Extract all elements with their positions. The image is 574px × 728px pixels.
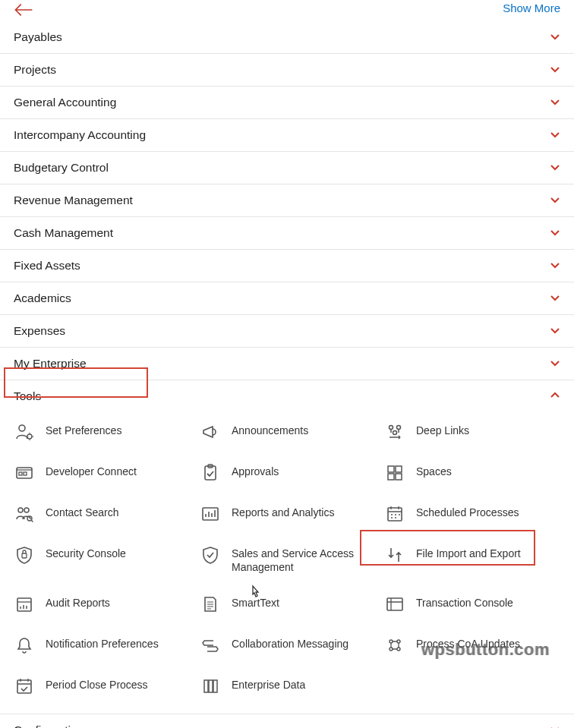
tile-label: Approvals xyxy=(232,462,279,479)
chevron-up-icon xyxy=(550,390,560,403)
section-label: Configuration xyxy=(14,723,84,728)
svg-rect-27 xyxy=(204,680,208,692)
tile-label: Spaces xyxy=(416,462,452,479)
tile-file-import-export[interactable]: File Import and Export xyxy=(384,540,566,578)
svg-rect-17 xyxy=(203,508,218,520)
tools-grid: Set PreferencesAnnouncementsDeep LinksDe… xyxy=(0,412,574,714)
developer-connect-icon xyxy=(14,462,35,484)
tile-label: Announcements xyxy=(232,421,308,438)
svg-rect-20 xyxy=(17,598,31,611)
document-text-icon xyxy=(200,594,221,615)
tile-label: Period Close Process xyxy=(46,676,148,692)
tile-deep-links[interactable]: Deep Links xyxy=(384,417,566,447)
tile-approvals[interactable]: Approvals xyxy=(200,458,384,488)
tile-label: SmartText xyxy=(232,594,279,610)
section-header-projects[interactable]: Projects xyxy=(0,54,574,86)
section-label: Revenue Management xyxy=(14,194,133,207)
tile-label: Set Preferences xyxy=(46,421,121,438)
svg-rect-29 xyxy=(213,680,217,692)
svg-point-4 xyxy=(393,431,397,435)
chevron-down-icon xyxy=(550,325,560,338)
tile-scheduled-processes[interactable]: Scheduled Processes xyxy=(384,499,566,529)
section-expenses: Expenses xyxy=(0,315,574,348)
svg-point-24 xyxy=(390,648,393,651)
section-projects: Projects xyxy=(0,54,574,87)
section-header-academics[interactable]: Academics xyxy=(0,282,574,314)
svg-rect-7 xyxy=(24,472,27,475)
svg-rect-28 xyxy=(209,680,213,692)
section-label: Fixed Assets xyxy=(14,259,80,273)
section-my-enterprise: My Enterprise xyxy=(0,348,574,380)
section-header-budgetary-control[interactable]: Budgetary Control xyxy=(0,152,574,184)
tile-set-preferences[interactable]: Set Preferences xyxy=(14,417,200,447)
tile-transaction-console[interactable]: Transaction Console xyxy=(384,589,566,619)
section-cash-management: Cash Management xyxy=(0,217,574,250)
tile-reports-and-analytics[interactable]: Reports and Analytics xyxy=(200,499,384,529)
section-header-tools[interactable]: Tools xyxy=(0,380,574,412)
section-header-my-enterprise[interactable]: My Enterprise xyxy=(0,348,574,380)
calendar-check-icon xyxy=(14,676,35,697)
megaphone-icon xyxy=(200,421,221,443)
svg-point-25 xyxy=(397,648,400,651)
tile-period-close-process[interactable]: Period Close Process xyxy=(14,671,200,701)
section-fixed-assets: Fixed Assets xyxy=(0,250,574,282)
shield-check-icon xyxy=(200,544,221,566)
tile-label: File Import and Export xyxy=(416,544,521,561)
tile-label: Security Console xyxy=(46,544,126,561)
arrow-left-icon xyxy=(14,2,33,18)
tile-label: Deep Links xyxy=(416,421,469,438)
section-header-revenue-management[interactable]: Revenue Management xyxy=(0,184,574,216)
process-nodes-icon xyxy=(384,635,405,656)
svg-point-14 xyxy=(18,508,23,512)
tile-contact-search[interactable]: Contact Search xyxy=(14,499,200,529)
section-label: Cash Management xyxy=(14,226,113,240)
section-academics: Academics xyxy=(0,282,574,315)
svg-point-1 xyxy=(27,434,32,439)
section-header-cash-management[interactable]: Cash Management xyxy=(0,217,574,249)
chevron-down-icon xyxy=(550,724,560,729)
section-header-payables[interactable]: Payables xyxy=(0,21,574,53)
chevron-down-icon xyxy=(550,194,560,207)
tile-developer-connect[interactable]: Developer Connect xyxy=(14,458,200,488)
svg-rect-12 xyxy=(388,474,394,480)
section-header-expenses[interactable]: Expenses xyxy=(0,315,574,347)
tile-notification-preferences[interactable]: Notification Preferences xyxy=(14,630,200,660)
section-header-fixed-assets[interactable]: Fixed Assets xyxy=(0,250,574,282)
tile-announcements[interactable]: Announcements xyxy=(200,417,384,447)
svg-rect-10 xyxy=(388,466,394,472)
tile-security-console[interactable]: Security Console xyxy=(14,540,200,578)
section-label: Expenses xyxy=(14,324,65,338)
section-label: General Accounting xyxy=(14,96,116,109)
tile-label: Sales and Service Access Management xyxy=(232,544,361,574)
section-tools: Tools Set PreferencesAnnouncementsDeep L… xyxy=(0,380,574,714)
tile-audit-reports[interactable]: Audit Reports xyxy=(14,589,200,619)
tile-label: Developer Connect xyxy=(46,462,137,479)
tile-sales-service-access[interactable]: Sales and Service Access Management xyxy=(200,540,384,578)
show-more-link[interactable]: Show More xyxy=(503,2,560,14)
tile-label: Collaboration Messaging xyxy=(232,635,348,651)
tile-collaboration-messaging[interactable]: Collaboration Messaging xyxy=(200,630,384,660)
deep-links-icon xyxy=(384,421,405,443)
chevron-down-icon xyxy=(550,96,560,109)
section-label: My Enterprise xyxy=(14,357,87,370)
svg-rect-21 xyxy=(387,598,402,610)
section-header-general-accounting[interactable]: General Accounting xyxy=(0,87,574,118)
tile-label: Transaction Console xyxy=(416,594,513,610)
person-gear-icon xyxy=(14,421,35,443)
section-label: Payables xyxy=(14,30,62,44)
section-header-configuration[interactable]: Configuration xyxy=(0,714,574,728)
tile-process-coa-updates[interactable]: Process CoA Updates xyxy=(384,630,566,660)
chevron-down-icon xyxy=(550,162,560,175)
tile-spaces[interactable]: Spaces xyxy=(384,458,566,488)
tile-smarttext[interactable]: SmartText xyxy=(200,589,384,619)
tile-label: Contact Search xyxy=(46,503,119,520)
section-header-intercompany-accounting[interactable]: Intercompany Accounting xyxy=(0,119,574,151)
svg-point-22 xyxy=(390,640,393,643)
section-label: Intercompany Accounting xyxy=(14,128,146,142)
section-budgetary-control: Budgetary Control xyxy=(0,152,574,184)
back-button[interactable] xyxy=(14,2,33,20)
people-search-icon xyxy=(14,503,35,525)
tile-label: Scheduled Processes xyxy=(416,503,519,520)
section-general-accounting: General Accounting xyxy=(0,87,574,119)
tile-enterprise-data[interactable]: Enterprise Data xyxy=(200,671,384,701)
